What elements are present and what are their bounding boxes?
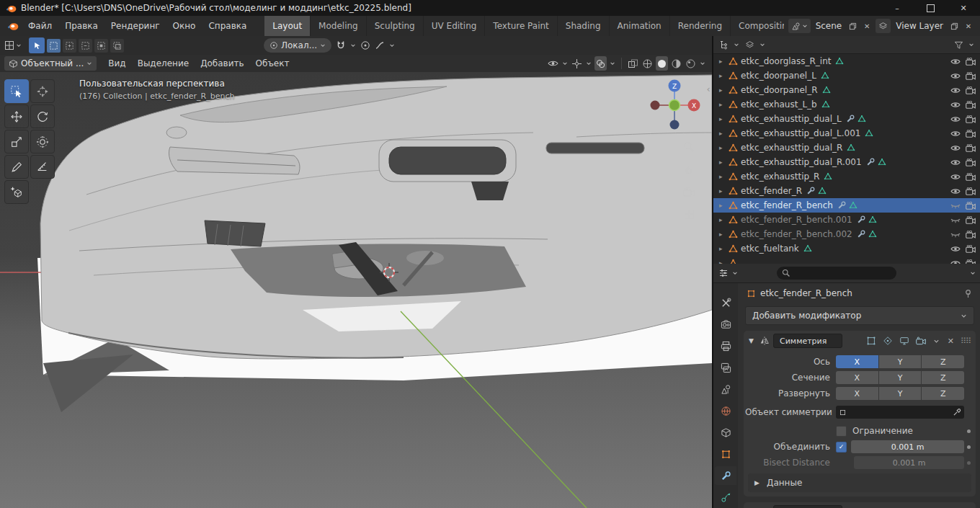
workspace-tab-3[interactable]: UV Editing	[424, 16, 486, 36]
tool-measure[interactable]	[30, 155, 55, 179]
copy-view-layer-icon[interactable]	[948, 19, 960, 32]
object-name[interactable]: etkc_fender_R_bench	[741, 200, 833, 210]
outliner-item-13[interactable]: ▸etkc_fueltank	[713, 241, 980, 256]
outliner-item-7[interactable]: ▸etkc_exhausttip_dual_R.001	[713, 155, 980, 169]
mirror-object-field[interactable]	[836, 406, 964, 419]
tool-transform[interactable]	[30, 130, 55, 153]
workspace-tab-1[interactable]: Modeling	[311, 16, 367, 36]
view-layer-name[interactable]: View Layer	[894, 21, 945, 31]
overlays-icon[interactable]	[594, 56, 607, 71]
eye-closed-icon[interactable]	[950, 216, 961, 224]
snap-dropdown-icon[interactable]	[350, 43, 356, 48]
object-name[interactable]: etkc_doorglass_R_int	[741, 56, 831, 66]
on-cage-toggle-icon[interactable]	[881, 335, 894, 347]
object-name[interactable]: etkc_fender_R_bench.002	[741, 229, 852, 239]
expand-arrow-icon[interactable]: ▸	[719, 115, 726, 122]
properties-tab-physics[interactable]	[715, 488, 736, 507]
outliner-item-14[interactable]: ▸	[713, 256, 980, 264]
expand-arrow-icon[interactable]: ▸	[719, 130, 726, 137]
outliner-editor-dropdown-icon[interactable]	[731, 38, 742, 51]
modifier-delete-icon[interactable]: ✕	[946, 337, 956, 346]
tool-cursor[interactable]	[30, 79, 55, 103]
scene-datablock-chip[interactable]	[788, 19, 811, 33]
object-name[interactable]: etkc_doorpanel_R	[741, 85, 818, 95]
object-name[interactable]: etkc_exhaust_L_b	[741, 99, 817, 110]
object-name[interactable]: etkc_fueltank	[741, 244, 799, 254]
outliner-item-6[interactable]: ▸etkc_exhausttip_dual_R	[713, 141, 980, 155]
menubar-menu-1[interactable]: Правка	[58, 16, 104, 36]
outliner-item-10[interactable]: ▸etkc_fender_R_bench	[713, 198, 980, 213]
camera-toggle-icon[interactable]	[966, 173, 976, 181]
properties-editor-type-icon[interactable]	[718, 267, 729, 280]
object-name[interactable]: etkc_fender_R	[741, 186, 802, 196]
gizmos-dropdown-icon[interactable]	[585, 56, 592, 71]
shading-dropdown-icon[interactable]	[699, 56, 706, 71]
axis-button-z[interactable]: Z	[922, 387, 964, 400]
shading-rendered-icon[interactable]	[685, 56, 697, 71]
outliner-item-0[interactable]: ▸etkc_doorglass_R_int	[713, 54, 980, 68]
properties-options-dropdown-icon[interactable]	[967, 267, 979, 280]
expand-arrow-icon[interactable]: ▸	[719, 216, 726, 223]
camera-toggle-icon[interactable]	[966, 58, 976, 66]
camera-toggle-icon[interactable]	[966, 245, 976, 253]
object-name[interactable]: etkc_exhausttip_dual_R	[741, 143, 842, 153]
camera-toggle-icon[interactable]	[966, 144, 976, 152]
expand-arrow-icon[interactable]: ▸	[719, 58, 726, 65]
tool-scale[interactable]	[4, 130, 29, 153]
select-mode-subtract-icon[interactable]	[79, 39, 92, 53]
outliner-item-8[interactable]: ▸etkc_exhausttip_R	[713, 169, 980, 184]
axis-button-y[interactable]: Y	[879, 355, 922, 368]
select-mode-new-icon[interactable]	[47, 39, 61, 53]
axis-button-z[interactable]: Z	[922, 355, 964, 368]
transform-orientation-dropdown[interactable]: Локал...	[264, 38, 331, 53]
expand-arrow-icon[interactable]: ▸	[719, 101, 726, 108]
outliner-item-3[interactable]: ▸etkc_exhaust_L_b	[713, 97, 980, 112]
workspace-tab-2[interactable]: Sculpting	[367, 16, 424, 36]
workspace-tab-0[interactable]: Layout	[264, 16, 311, 36]
navigation-gizmo[interactable]: Z X	[647, 76, 702, 131]
camera-toggle-icon[interactable]	[966, 115, 976, 123]
menubar-menu-0[interactable]: Файл	[22, 16, 58, 36]
axis-button-x[interactable]: X	[836, 387, 878, 400]
camera-toggle-icon[interactable]	[966, 231, 976, 239]
close-button[interactable]: ✕	[947, 0, 980, 16]
axis-button-y[interactable]: Y	[879, 371, 922, 384]
shading-solid-icon[interactable]	[656, 56, 668, 71]
unlink-view-layer-icon[interactable]: ✕	[963, 19, 974, 32]
workspace-tab-4[interactable]: Texture Paint	[485, 16, 557, 36]
edit-mode-toggle-icon[interactable]	[865, 335, 878, 347]
proportional-editing-icon[interactable]	[360, 40, 370, 50]
active-tool-icon[interactable]	[29, 37, 45, 53]
snap-magnet-icon[interactable]	[336, 40, 346, 50]
eye-icon[interactable]	[950, 159, 961, 166]
outliner-item-12[interactable]: ▸etkc_fender_R_bench.002	[713, 227, 980, 241]
workspace-tab-6[interactable]: Animation	[610, 16, 670, 36]
animate-dot-icon[interactable]	[967, 445, 971, 449]
camera-toggle-icon[interactable]	[966, 72, 976, 80]
camera-toggle-icon[interactable]	[966, 86, 976, 94]
camera-toggle-icon[interactable]	[966, 130, 976, 138]
eye-icon[interactable]	[950, 72, 961, 80]
unlink-scene-icon[interactable]: ✕	[861, 19, 873, 32]
properties-tab-tool[interactable]	[715, 293, 736, 312]
shading-material-icon[interactable]	[670, 56, 682, 71]
tool-annotate[interactable]	[4, 155, 29, 179]
properties-tab-view-layer[interactable]	[715, 358, 736, 377]
tool-add-cube[interactable]	[4, 180, 29, 204]
panel-expand-icon[interactable]: ▼	[749, 337, 756, 344]
outliner-item-2[interactable]: ▸etkc_doorpanel_R	[713, 83, 980, 97]
xray-toggle-icon[interactable]	[627, 56, 639, 71]
eye-icon[interactable]	[950, 86, 961, 94]
eye-icon[interactable]	[950, 187, 961, 195]
panel-collapse-arrow[interactable]: ‹	[705, 84, 712, 94]
object-name[interactable]: etkc_doorpanel_L	[741, 71, 816, 81]
tool-tweak-select[interactable]	[4, 79, 29, 103]
merge-value-field[interactable]: 0.001 m	[851, 440, 964, 453]
render-toggle-icon[interactable]	[914, 335, 927, 347]
falloff-dropdown-icon[interactable]	[389, 43, 395, 48]
eye-icon[interactable]	[950, 245, 961, 253]
object-name[interactable]: etkc_exhausttip_dual_R.001	[741, 157, 862, 167]
modifier-extras-dropdown-icon[interactable]	[931, 334, 943, 347]
properties-tab-modifiers[interactable]	[715, 466, 736, 485]
zoom-icon[interactable]	[680, 138, 698, 156]
